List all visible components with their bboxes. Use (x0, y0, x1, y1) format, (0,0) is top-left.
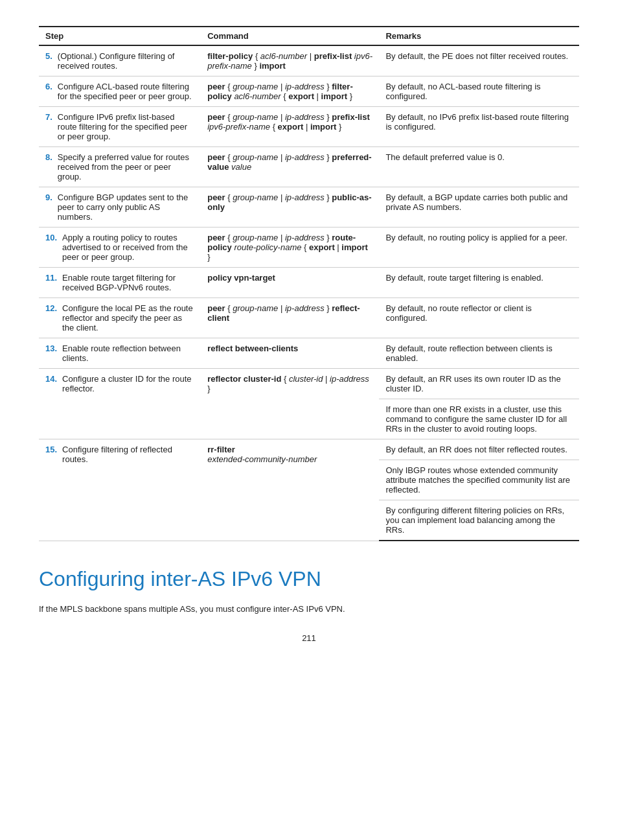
step-description: Configure ACL-based route filtering for … (58, 82, 194, 101)
table-row: 5.(Optional.) Configure filtering of rec… (39, 45, 579, 76)
step-description: Apply a routing policy to routes adverti… (62, 233, 194, 262)
table-row: 15.Configure filtering of reflected rout… (39, 439, 579, 460)
step-cell: 15.Configure filtering of reflected rout… (39, 439, 201, 541)
remarks-cell: By default, an RR does not filter reflec… (379, 439, 579, 460)
command-cell: rr-filterextended-community-number (201, 439, 379, 541)
command-cell: reflector cluster-id { cluster-id | ip-a… (201, 369, 379, 439)
remarks-cell: By default, no IPv6 prefix list-based ro… (379, 107, 579, 147)
table-row: 12.Configure the local PE as the route r… (39, 298, 579, 338)
step-number: 14. (45, 374, 57, 393)
section-title: Configuring inter-AS IPv6 VPN (39, 567, 579, 591)
step-description: Specify a preferred value for routes rec… (58, 152, 194, 181)
step-cell: 5.(Optional.) Configure filtering of rec… (39, 45, 201, 76)
step-cell: 7.Configure IPv6 prefix list-based route… (39, 107, 201, 147)
command-cell: peer { group-name | ip-address } prefix-… (201, 107, 379, 147)
header-step: Step (39, 27, 201, 45)
step-description: Configure a cluster ID for the route ref… (62, 374, 194, 393)
command-cell: policy vpn-target (201, 268, 379, 298)
section-intro: If the MPLS backbone spans multiple ASs,… (39, 604, 579, 614)
step-number: 13. (45, 344, 57, 363)
command-cell: filter-policy { acl6-number | prefix-lis… (201, 45, 379, 76)
remarks-cell: By default, no routing policy is applied… (379, 228, 579, 268)
table-row: 8.Specify a preferred value for routes r… (39, 147, 579, 187)
remarks-cell: By default, no route reflector or client… (379, 298, 579, 338)
step-description: (Optional.) Configure filtering of recei… (58, 51, 194, 71)
command-cell: peer { group-name | ip-address } route-p… (201, 228, 379, 268)
step-description: Configure the local PE as the route refl… (62, 303, 194, 332)
remarks-cell: By configuring different filtering polic… (379, 500, 579, 541)
remarks-cell: By default, route reflection between cli… (379, 338, 579, 369)
step-cell: 6.Configure ACL-based route filtering fo… (39, 76, 201, 107)
step-description: Configure filtering of reflected routes. (62, 445, 194, 464)
step-number: 6. (45, 82, 52, 101)
remarks-cell: By default, an RR uses its own router ID… (379, 369, 579, 399)
table-row: 7.Configure IPv6 prefix list-based route… (39, 107, 579, 147)
step-cell: 8.Specify a preferred value for routes r… (39, 147, 201, 187)
step-description: Enable route target filtering for receiv… (62, 273, 194, 292)
remarks-cell: If more than one RR exists in a cluster,… (379, 399, 579, 439)
table-row: 13.Enable route reflection between clien… (39, 338, 579, 369)
remarks-cell: By default, route target filtering is en… (379, 268, 579, 298)
step-number: 7. (45, 112, 52, 141)
main-table: Step Command Remarks 5.(Optional.) Confi… (39, 26, 579, 541)
step-number: 11. (45, 273, 57, 292)
remarks-cell: By default, no ACL-based route filtering… (379, 76, 579, 107)
step-cell: 11.Enable route target filtering for rec… (39, 268, 201, 298)
step-number: 9. (45, 192, 52, 222)
table-row: 9.Configure BGP updates sent to the peer… (39, 187, 579, 228)
command-cell: peer { group-name | ip-address } filter-… (201, 76, 379, 107)
command-cell: peer { group-name | ip-address } preferr… (201, 147, 379, 187)
step-description: Enable route reflection between clients. (62, 344, 194, 363)
header-remarks: Remarks (379, 27, 579, 45)
table-row: 10.Apply a routing policy to routes adve… (39, 228, 579, 268)
remarks-cell: By default, the PE does not filter recei… (379, 45, 579, 76)
command-cell: peer { group-name | ip-address } reflect… (201, 298, 379, 338)
step-description: Configure IPv6 prefix list-based route f… (58, 112, 194, 141)
remarks-cell: Only IBGP routes whose extended communit… (379, 460, 579, 500)
table-row: 11.Enable route target filtering for rec… (39, 268, 579, 298)
remarks-cell: By default, a BGP update carries both pu… (379, 187, 579, 228)
step-cell: 10.Apply a routing policy to routes adve… (39, 228, 201, 268)
step-cell: 13.Enable route reflection between clien… (39, 338, 201, 369)
step-description: Configure BGP updates sent to the peer t… (58, 192, 194, 222)
step-number: 12. (45, 303, 57, 332)
step-cell: 14.Configure a cluster ID for the route … (39, 369, 201, 439)
table-row: 14.Configure a cluster ID for the route … (39, 369, 579, 399)
step-number: 5. (45, 51, 52, 71)
command-cell: reflect between-clients (201, 338, 379, 369)
table-row: 6.Configure ACL-based route filtering fo… (39, 76, 579, 107)
step-number: 8. (45, 152, 52, 181)
step-cell: 12.Configure the local PE as the route r… (39, 298, 201, 338)
step-number: 10. (45, 233, 57, 262)
step-number: 15. (45, 445, 57, 464)
step-cell: 9.Configure BGP updates sent to the peer… (39, 187, 201, 228)
page-number: 211 (39, 633, 579, 643)
command-cell: peer { group-name | ip-address } public-… (201, 187, 379, 228)
header-command: Command (201, 27, 379, 45)
remarks-cell: The default preferred value is 0. (379, 147, 579, 187)
